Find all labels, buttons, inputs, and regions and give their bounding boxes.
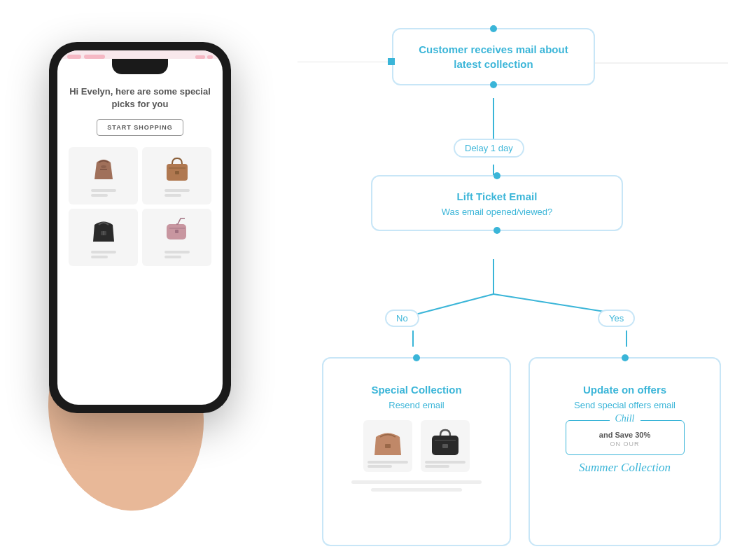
bag-pink-crossbody-icon xyxy=(160,214,195,244)
node-top-title: Customer receives mail about latest coll… xyxy=(410,42,577,71)
node-bottom-right-subtitle: Send special offers email xyxy=(558,400,692,410)
svg-rect-15 xyxy=(175,230,178,233)
phone-greeting: Hi Evelyn, here are some special picks f… xyxy=(69,85,211,111)
node-middle-title: Lift Ticket Email xyxy=(389,189,605,204)
node-bottom-left: Special Collection Resend email xyxy=(322,357,511,546)
node-bottom-right: Update on offers Send special offers ema… xyxy=(528,357,721,546)
dot-middle-bottom xyxy=(493,227,500,234)
dot-bottom-left-top xyxy=(413,354,420,361)
connector-dot xyxy=(388,58,395,65)
node-bottom-right-title: Update on offers xyxy=(558,382,692,397)
phone-products-grid xyxy=(69,147,211,266)
branch-no-badge: No xyxy=(385,310,419,327)
bottom-product-1 xyxy=(363,420,412,472)
dot-top-bottom xyxy=(490,81,497,88)
svg-point-10 xyxy=(101,165,106,168)
delay-badge: Delay 1 day xyxy=(454,139,524,158)
branch-yes-badge: Yes xyxy=(598,310,635,327)
phone-notch xyxy=(112,59,168,74)
svg-rect-25 xyxy=(385,444,391,448)
bottom-bag-black-icon xyxy=(426,424,464,458)
product-card-2 xyxy=(142,147,211,204)
summer-collection-text: Summer Collection xyxy=(558,461,692,475)
product-card-3 xyxy=(69,209,138,266)
node-bottom-left-subtitle: Resend email xyxy=(351,400,482,410)
bag-black-tote-icon xyxy=(86,214,121,244)
dot-bottom-right-top xyxy=(622,354,629,361)
chill-title: Chill xyxy=(609,413,640,424)
svg-rect-12 xyxy=(175,171,179,174)
chill-save-box: Chill and Save 30% ON OUR xyxy=(566,420,685,455)
svg-rect-27 xyxy=(442,444,448,448)
phone-mockup: Hi Evelyn, here are some special picks f… xyxy=(21,42,259,476)
phone-status-bar xyxy=(57,50,223,59)
dot-middle-top xyxy=(493,172,500,179)
bottom-product-2 xyxy=(421,420,470,472)
bag-shoulder-icon xyxy=(160,153,195,182)
chill-save-text: and Save 30% xyxy=(576,431,674,439)
node-bottom-left-title: Special Collection xyxy=(351,382,482,397)
bag-brown-tote-icon xyxy=(86,153,121,182)
svg-line-20 xyxy=(413,294,493,315)
node-top: Customer receives mail about latest coll… xyxy=(392,28,595,85)
chill-on-our-text: ON OUR xyxy=(576,440,674,447)
product-card-4 xyxy=(142,209,211,266)
connector-line xyxy=(298,62,388,62)
node-middle: Lift Ticket Email Was email opened/viewe… xyxy=(371,175,623,231)
node-middle-subtitle: Was email opened/viewed? xyxy=(389,207,605,217)
phone-cta-button[interactable]: START SHOPPING xyxy=(97,119,183,136)
bottom-bag-brown-icon xyxy=(369,424,407,458)
flow-diagram: Customer receives mail about latest coll… xyxy=(322,14,742,546)
dot-top-top xyxy=(490,25,497,32)
product-card-1 xyxy=(69,147,138,204)
